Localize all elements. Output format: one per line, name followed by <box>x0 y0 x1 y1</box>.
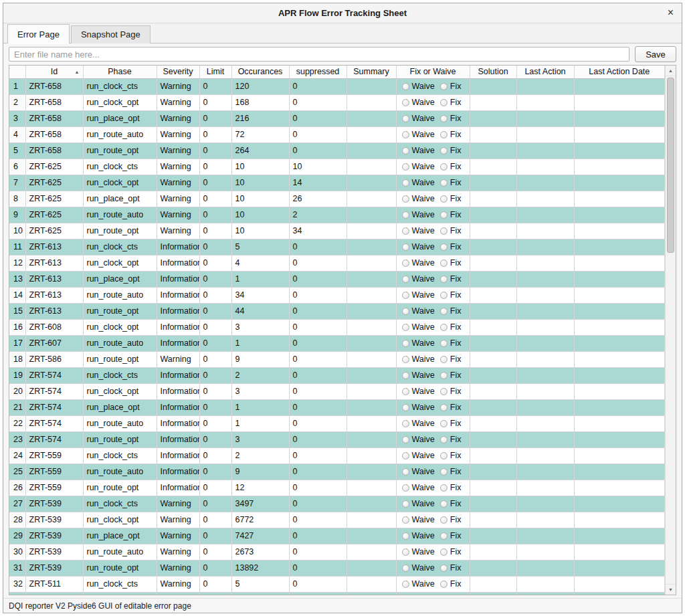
cell-last-action-date[interactable] <box>574 319 665 335</box>
waive-radio[interactable] <box>402 131 409 138</box>
cell-limit[interactable]: 0 <box>199 351 231 367</box>
waive-radio-label[interactable]: Waive <box>412 387 435 396</box>
table-row[interactable]: 13 ZRT-613 run_place_opt Information 0 1… <box>9 271 665 287</box>
cell-occurances[interactable]: 3 <box>231 383 289 399</box>
col-header-limit[interactable]: Limit <box>199 66 231 78</box>
cell-solution[interactable] <box>470 255 516 271</box>
cell-id[interactable]: ZRT-625 <box>25 207 83 223</box>
cell-limit[interactable]: 0 <box>199 303 231 319</box>
cell-last-action[interactable] <box>516 255 574 271</box>
cell-last-action-date[interactable] <box>574 560 665 576</box>
cell-limit[interactable]: 0 <box>199 464 231 480</box>
cell-summary[interactable] <box>347 431 396 447</box>
cell-occurances[interactable]: 2 <box>231 447 289 464</box>
waive-radio[interactable] <box>402 468 409 476</box>
cell-solution[interactable] <box>470 383 516 399</box>
fix-radio-label[interactable]: Fix <box>450 210 462 219</box>
fix-radio[interactable] <box>440 548 448 556</box>
cell-solution[interactable] <box>470 480 516 496</box>
cell-last-action[interactable] <box>516 431 574 447</box>
cell-last-action[interactable] <box>516 512 574 528</box>
cell-severity[interactable]: Warning <box>157 592 199 595</box>
cell-id[interactable]: ZRT-574 <box>25 383 83 399</box>
table-row[interactable]: 32 ZRT-511 run_clock_cts Warning 0 5 0 W… <box>9 576 665 592</box>
cell-last-action[interactable] <box>516 496 574 512</box>
cell-limit[interactable]: 0 <box>199 560 231 576</box>
cell-last-action-date[interactable] <box>574 399 665 415</box>
fix-radio-label[interactable]: Fix <box>450 338 462 348</box>
cell-summary[interactable] <box>347 319 396 335</box>
cell-occurances[interactable]: 264 <box>231 142 289 159</box>
waive-radio[interactable] <box>402 276 409 283</box>
cell-summary[interactable] <box>347 175 396 191</box>
cell-phase[interactable]: run_place_opt <box>83 528 157 544</box>
table-row[interactable]: 29 ZRT-539 run_place_opt Warning 0 7427 … <box>9 528 665 544</box>
cell-last-action-date[interactable] <box>574 303 665 319</box>
col-header-suppressed[interactable]: suppressed <box>289 66 347 78</box>
cell-limit[interactable]: 0 <box>199 592 231 595</box>
cell-suppressed[interactable]: 0 <box>289 464 347 480</box>
cell-limit[interactable]: 0 <box>199 544 231 560</box>
cell-solution[interactable] <box>470 223 516 239</box>
cell-limit[interactable]: 0 <box>199 319 231 335</box>
cell-limit[interactable]: 0 <box>199 255 231 271</box>
cell-last-action[interactable] <box>516 303 574 319</box>
fix-radio-label[interactable]: Fix <box>450 162 462 171</box>
cell-solution[interactable] <box>470 464 516 480</box>
cell-last-action[interactable] <box>516 142 574 159</box>
fix-radio[interactable] <box>440 452 448 459</box>
cell-phase[interactable]: run_clock_cts <box>83 239 157 255</box>
cell-limit[interactable]: 0 <box>199 383 231 399</box>
waive-radio-label[interactable]: Waive <box>412 435 435 444</box>
cell-severity[interactable]: Warning <box>157 191 199 207</box>
cell-last-action[interactable] <box>516 271 574 287</box>
cell-id[interactable]: ZRT-539 <box>25 544 83 560</box>
cell-occurances[interactable]: 1 <box>231 271 289 287</box>
cell-suppressed[interactable]: 0 <box>289 303 347 319</box>
fix-radio[interactable] <box>440 115 448 122</box>
cell-suppressed[interactable]: 0 <box>289 110 347 126</box>
cell-limit[interactable]: 0 <box>199 480 231 496</box>
cell-phase[interactable]: run_route_auto <box>83 207 157 223</box>
fix-radio-label[interactable]: Fix <box>450 371 462 380</box>
cell-last-action[interactable] <box>516 126 574 142</box>
cell-suppressed[interactable]: 0 <box>289 496 347 512</box>
table-row[interactable]: 33 ZRT-511 run_clock_opt Warning 0 7 0 W… <box>9 592 665 595</box>
cell-suppressed[interactable]: 34 <box>289 223 347 239</box>
waive-radio[interactable] <box>402 436 409 443</box>
cell-occurances[interactable]: 2 <box>231 367 289 383</box>
cell-id[interactable]: ZRT-559 <box>25 464 83 480</box>
cell-id[interactable]: ZRT-574 <box>25 431 83 447</box>
fix-radio-label[interactable]: Fix <box>450 178 462 187</box>
cell-occurances[interactable]: 216 <box>231 110 289 126</box>
fix-radio[interactable] <box>440 436 448 443</box>
table-row[interactable]: 27 ZRT-539 run_clock_cts Warning 0 3497 … <box>9 496 665 512</box>
table-row[interactable]: 22 ZRT-574 run_route_auto Information 0 … <box>9 415 665 431</box>
fix-radio-label[interactable]: Fix <box>450 499 462 508</box>
waive-radio[interactable] <box>402 516 409 524</box>
cell-suppressed[interactable]: 0 <box>289 351 347 367</box>
table-row[interactable]: 14 ZRT-613 run_route_auto Information 0 … <box>9 287 665 303</box>
cell-phase[interactable]: run_route_auto <box>83 335 157 351</box>
cell-last-action-date[interactable] <box>574 576 665 592</box>
table-row[interactable]: 24 ZRT-559 run_clock_cts Information 0 2… <box>9 447 665 464</box>
file-name-input[interactable] <box>9 47 629 62</box>
cell-occurances[interactable]: 9 <box>231 464 289 480</box>
waive-radio[interactable] <box>402 243 409 251</box>
cell-suppressed[interactable]: 0 <box>289 319 347 335</box>
cell-last-action[interactable] <box>516 175 574 191</box>
cell-summary[interactable] <box>347 512 396 528</box>
fix-radio[interactable] <box>440 500 448 508</box>
cell-id[interactable]: ZRT-625 <box>25 159 83 175</box>
cell-phase[interactable]: run_clock_opt <box>83 592 157 595</box>
waive-radio[interactable] <box>402 500 409 508</box>
cell-severity[interactable]: Warning <box>157 175 199 191</box>
waive-radio[interactable] <box>402 420 409 427</box>
fix-radio-label[interactable]: Fix <box>450 82 462 91</box>
cell-last-action-date[interactable] <box>574 431 665 447</box>
cell-occurances[interactable]: 5 <box>231 239 289 255</box>
cell-occurances[interactable]: 6772 <box>231 512 289 528</box>
cell-phase[interactable]: run_clock_cts <box>83 78 157 94</box>
waive-radio[interactable] <box>402 292 409 299</box>
cell-severity[interactable]: Warning <box>157 126 199 142</box>
